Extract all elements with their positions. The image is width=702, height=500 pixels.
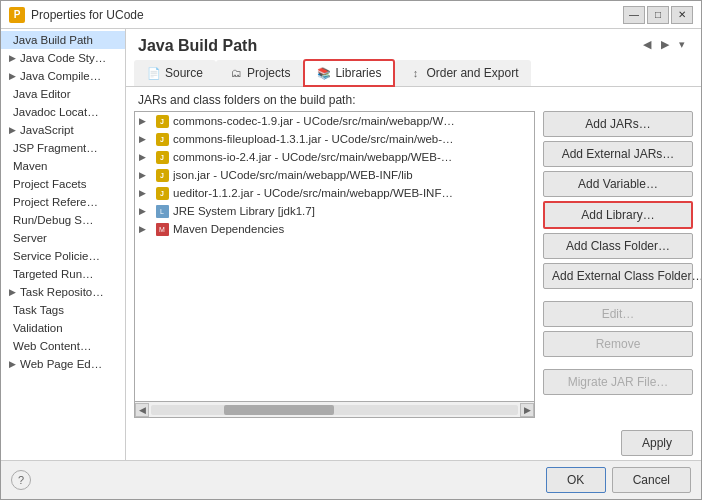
ok-button[interactable]: OK	[546, 467, 606, 493]
tab-order-export[interactable]: ↕ Order and Export	[395, 60, 531, 86]
sidebar-item-java-build-path[interactable]: Java Build Path	[1, 31, 125, 49]
sidebar-item-web-page-editor[interactable]: ▶ Web Page Ed…	[1, 355, 125, 373]
panel-description: JARs and class folders on the build path…	[126, 87, 701, 111]
sidebar-item-java-editor[interactable]: Java Editor	[1, 85, 125, 103]
expand-arrow: ▶	[139, 134, 151, 144]
main-panel: Java Build Path ◀ ▶ ▾ 📄 Source 🗂 Project…	[126, 29, 701, 460]
sidebar-item-run-debug[interactable]: Run/Debug S…	[1, 211, 125, 229]
tab-libraries[interactable]: 📚 Libraries	[303, 59, 395, 87]
action-buttons-panel: Add JARs… Add External JARs… Add Variabl…	[543, 111, 693, 418]
sidebar-item-javadoc[interactable]: Javadoc Locat…	[1, 103, 125, 121]
sidebar-item-task-repositories[interactable]: ▶ Task Reposito…	[1, 283, 125, 301]
tab-source[interactable]: 📄 Source	[134, 60, 216, 86]
nav-back-button[interactable]: ◀	[639, 36, 655, 53]
sidebar-item-javascript[interactable]: ▶ JavaScript	[1, 121, 125, 139]
nav-forward-button[interactable]: ▶	[657, 36, 673, 53]
sidebar-item-jsp-fragment[interactable]: JSP Fragment…	[1, 139, 125, 157]
title-bar: P Properties for UCode — □ ✕	[1, 1, 701, 29]
expand-arrow: ▶	[9, 125, 16, 135]
sidebar-item-web-content[interactable]: Web Content…	[1, 337, 125, 355]
panel-title: Java Build Path	[126, 29, 269, 59]
libraries-tab-icon: 📚	[317, 66, 331, 80]
jar-item-commons-io[interactable]: ▶ J commons-io-2.4.jar - UCode/src/main/…	[135, 148, 534, 166]
migrate-jar-button[interactable]: Migrate JAR File…	[543, 369, 693, 395]
tabs-bar: 📄 Source 🗂 Projects 📚 Libraries ↕ Order …	[126, 59, 701, 87]
add-variable-button[interactable]: Add Variable…	[543, 171, 693, 197]
jar-list-container[interactable]: ▶ J commons-codec-1.9.jar - UCode/src/ma…	[134, 111, 535, 402]
add-class-folder-button[interactable]: Add Class Folder…	[543, 233, 693, 259]
edit-button[interactable]: Edit…	[543, 301, 693, 327]
expand-arrow: ▶	[139, 206, 151, 216]
close-button[interactable]: ✕	[671, 6, 693, 24]
jar-icon: J	[155, 132, 169, 146]
apply-row: Apply	[126, 426, 701, 460]
jar-list: ▶ J commons-codec-1.9.jar - UCode/src/ma…	[135, 112, 534, 238]
expand-arrow: ▶	[139, 116, 151, 126]
expand-arrow: ▶	[139, 170, 151, 180]
sidebar-item-targeted-run[interactable]: Targeted Run…	[1, 265, 125, 283]
maximize-button[interactable]: □	[647, 6, 669, 24]
projects-tab-icon: 🗂	[229, 66, 243, 80]
tab-projects[interactable]: 🗂 Projects	[216, 60, 303, 86]
order-tab-icon: ↕	[408, 66, 422, 80]
sidebar-item-java-code-style[interactable]: ▶ Java Code Sty…	[1, 49, 125, 67]
remove-button[interactable]: Remove	[543, 331, 693, 357]
add-jars-button[interactable]: Add JARs…	[543, 111, 693, 137]
sidebar-item-service-policies[interactable]: Service Policie…	[1, 247, 125, 265]
scroll-left-button[interactable]: ◀	[135, 403, 149, 417]
sidebar-item-server[interactable]: Server	[1, 229, 125, 247]
sidebar-item-java-compiler[interactable]: ▶ Java Compile…	[1, 67, 125, 85]
scroll-right-button[interactable]: ▶	[520, 403, 534, 417]
content-area: Java Build Path ▶ Java Code Sty… ▶ Java …	[1, 29, 701, 460]
apply-button[interactable]: Apply	[621, 430, 693, 456]
expand-arrow: ▶	[9, 71, 16, 81]
jar-item-maven-deps[interactable]: ▶ M Maven Dependencies	[135, 220, 534, 238]
jre-library-icon: L	[155, 204, 169, 218]
maven-icon: M	[155, 222, 169, 236]
jar-item-jre[interactable]: ▶ L JRE System Library [jdk1.7]	[135, 202, 534, 220]
expand-arrow: ▶	[9, 359, 16, 369]
jar-item-commons-fileupload[interactable]: ▶ J commons-fileupload-1.3.1.jar - UCode…	[135, 130, 534, 148]
help-button[interactable]: ?	[11, 470, 31, 490]
add-library-button[interactable]: Add Library…	[543, 201, 693, 229]
main-window: P Properties for UCode — □ ✕ Java Build …	[0, 0, 702, 500]
cancel-button[interactable]: Cancel	[612, 467, 691, 493]
expand-arrow: ▶	[139, 224, 151, 234]
expand-arrow: ▶	[9, 53, 16, 63]
jar-item-json[interactable]: ▶ J json.jar - UCode/src/main/webapp/WEB…	[135, 166, 534, 184]
sidebar-item-project-references[interactable]: Project Refere…	[1, 193, 125, 211]
nav-dropdown-button[interactable]: ▾	[675, 36, 689, 53]
jar-item-commons-codec[interactable]: ▶ J commons-codec-1.9.jar - UCode/src/ma…	[135, 112, 534, 130]
sidebar-item-project-facets[interactable]: Project Facets	[1, 175, 125, 193]
sidebar: Java Build Path ▶ Java Code Sty… ▶ Java …	[1, 29, 126, 460]
expand-arrow: ▶	[139, 188, 151, 198]
source-tab-icon: 📄	[147, 66, 161, 80]
jar-icon: J	[155, 150, 169, 164]
add-external-jars-button[interactable]: Add External JARs…	[543, 141, 693, 167]
jar-icon: J	[155, 186, 169, 200]
window-icon: P	[9, 7, 25, 23]
jar-icon: J	[155, 114, 169, 128]
jar-item-ueditor[interactable]: ▶ J ueditor-1.1.2.jar - UCode/src/main/w…	[135, 184, 534, 202]
add-external-class-folder-button[interactable]: Add External Class Folder…	[543, 263, 693, 289]
window-title: Properties for UCode	[31, 8, 144, 22]
build-path-area: ▶ J commons-codec-1.9.jar - UCode/src/ma…	[126, 111, 701, 426]
expand-arrow: ▶	[139, 152, 151, 162]
sidebar-item-validation[interactable]: Validation	[1, 319, 125, 337]
bottom-bar: ? OK Cancel	[1, 460, 701, 499]
expand-arrow: ▶	[9, 287, 16, 297]
sidebar-item-task-tags[interactable]: Task Tags	[1, 301, 125, 319]
sidebar-item-maven[interactable]: Maven	[1, 157, 125, 175]
jar-icon: J	[155, 168, 169, 182]
minimize-button[interactable]: —	[623, 6, 645, 24]
